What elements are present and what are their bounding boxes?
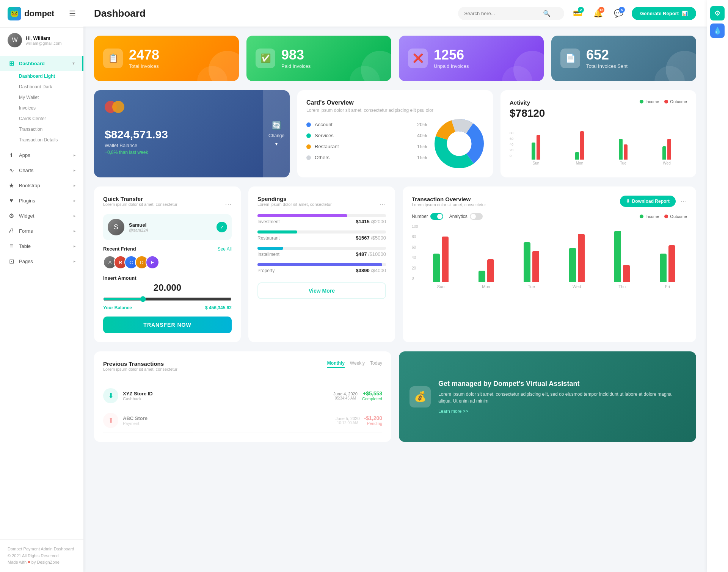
quick-transfer-sub: Lorem ipsum dolor sit amet, consectetur xyxy=(103,202,177,207)
subnav-invoices[interactable]: Invoices xyxy=(0,103,83,113)
sidebar-item-bootstrap[interactable]: ★ Bootstrap ▸ xyxy=(0,178,83,193)
total-sent-number: 652 xyxy=(586,48,628,62)
page-title: Dashboard xyxy=(94,8,146,19)
period-tab-monthly[interactable]: Monthly xyxy=(327,360,345,368)
refresh-icon: 🔄 xyxy=(272,121,281,130)
amount-value: 20.000 xyxy=(103,282,232,293)
mc-circle-orange xyxy=(112,101,124,113)
bar-label-tue: Tue xyxy=(620,161,626,165)
card-change-button[interactable]: 🔄 Change ▾ xyxy=(263,90,290,177)
big-bar-group-tue: Tue xyxy=(512,225,551,289)
subnav-transaction[interactable]: Transaction xyxy=(0,124,83,135)
income-dot xyxy=(640,100,643,103)
wallet-icon-btn[interactable]: 💳 2 xyxy=(570,6,585,20)
spendings-header: Spendings Lorem ipsum dolor sit amet, co… xyxy=(257,196,386,213)
dots-menu-icon[interactable]: ⋯ xyxy=(379,200,386,208)
sidebar-item-table[interactable]: ≡ Table ▸ xyxy=(0,238,83,254)
quick-transfer-title: Quick Transfer xyxy=(103,196,177,202)
tx-date-col-2: June 5, 2020 10:12:00 AM xyxy=(336,416,360,425)
sidebar-item-apps[interactable]: ℹ Apps ▸ xyxy=(0,147,83,163)
big-income-wed xyxy=(569,248,576,282)
tx-controls: ⬇ Download Report ⋯ xyxy=(620,196,687,207)
overview-title: Card's Overview xyxy=(306,99,484,106)
tx-date-2: June 5, 2020 xyxy=(336,416,360,421)
chevron-right-icon: ▸ xyxy=(74,153,76,158)
activity-panel: Activity $78120 Income Outcome xyxy=(500,90,696,177)
income-dot xyxy=(640,215,643,218)
number-toggle[interactable] xyxy=(430,213,443,220)
tx-status-2: Pending xyxy=(364,421,382,426)
services-dot xyxy=(306,133,311,138)
tx-date: June 4, 2020 xyxy=(333,392,358,396)
subnav-my-wallet[interactable]: My Wallet xyxy=(0,92,83,103)
table-icon: ≡ xyxy=(8,242,15,250)
dashboard-submenu: Dashboard Light Dashboard Dark My Wallet… xyxy=(0,71,83,147)
period-tab-weekly[interactable]: Weekly xyxy=(350,360,365,368)
chevron-down-icon: ▾ xyxy=(72,61,75,66)
subnav-dashboard-light[interactable]: Dashboard Light xyxy=(0,71,83,81)
dots-menu-icon[interactable]: ⋯ xyxy=(680,197,687,205)
amount-slider[interactable] xyxy=(103,296,232,302)
dots-menu-icon[interactable]: ⋯ xyxy=(225,200,232,208)
big-bar-group-mon: Mon xyxy=(466,225,506,289)
total-sent-icon: 📄 xyxy=(560,49,580,68)
y-60: 60 xyxy=(412,245,418,249)
bootstrap-icon: ★ xyxy=(8,182,15,189)
tx-type-2: Payment xyxy=(123,421,331,426)
transfer-now-button[interactable]: TRANSFER NOW xyxy=(103,317,232,333)
search-input[interactable] xyxy=(464,11,540,16)
subnav-cards-center[interactable]: Cards Center xyxy=(0,113,83,124)
sidebar-item-plugins[interactable]: ♥ Plugins ▸ xyxy=(0,193,83,208)
big-label-wed: Wed xyxy=(573,284,581,289)
sidebar-item-widget[interactable]: ⚙ Widget ▸ xyxy=(0,208,83,223)
income-bar-sun xyxy=(532,143,535,160)
third-row: Quick Transfer Lorem ipsum dolor sit ame… xyxy=(94,186,696,342)
tx-amount-2: -$1,200 xyxy=(364,415,382,421)
notification-icon-btn[interactable]: 🔔 12 xyxy=(591,6,605,20)
tx-info-2: ABC Store Payment xyxy=(123,415,331,426)
prev-tx-sub: Lorem ipsum dolor sit amet, consectetur xyxy=(103,367,177,371)
download-report-button[interactable]: ⬇ Download Report xyxy=(620,196,676,207)
chat-icon-btn[interactable]: 💬 5 xyxy=(611,6,626,20)
big-income-mon xyxy=(479,271,485,282)
settings-icon-btn[interactable]: ⚙ xyxy=(710,6,725,20)
apps-icon: ℹ xyxy=(8,151,15,159)
water-icon-btn[interactable]: 💧 xyxy=(710,24,725,38)
restaurant-label: Restaurant xyxy=(315,144,413,149)
va-content: Get managed by Dompet's Virtual Assistan… xyxy=(438,380,686,414)
subnav-transaction-details[interactable]: Transaction Details xyxy=(0,135,83,145)
subnav-dashboard-dark[interactable]: Dashboard Dark xyxy=(0,81,83,92)
stat-card-total-sent: 📄 652 Total Invoices Sent xyxy=(551,36,696,81)
big-y-axis: 0 20 40 60 80 100 xyxy=(412,224,418,289)
card-balance: $824,571.93 xyxy=(105,128,279,141)
search-icon: 🔍 xyxy=(543,10,551,17)
total-invoices-icon: 📋 xyxy=(103,49,123,68)
chart-icon: 📊 xyxy=(682,11,688,16)
sidebar-item-forms[interactable]: 🖨 Forms ▸ xyxy=(0,223,83,238)
sidebar-item-pages[interactable]: ⊡ Pages ▸ xyxy=(0,254,83,269)
tx-icon-2: ⬆ xyxy=(103,413,118,428)
generate-report-button[interactable]: Generate Report 📊 xyxy=(632,7,696,20)
restaurant-bar xyxy=(257,230,297,234)
hamburger-icon[interactable]: ☰ xyxy=(69,9,76,18)
see-all-link[interactable]: See All xyxy=(218,246,232,252)
view-more-button[interactable]: View More xyxy=(257,282,386,299)
card-change: +0,8% than last week xyxy=(105,150,279,155)
sidebar-item-label: Pages xyxy=(19,259,33,264)
restaurant-dot xyxy=(306,144,311,149)
big-bar-pair-thu xyxy=(614,225,630,282)
chevron-right-icon: ▸ xyxy=(74,183,76,188)
analytics-toggle[interactable] xyxy=(470,213,483,220)
account-label: Account xyxy=(315,122,413,127)
va-title: Get managed by Dompet's Virtual Assistan… xyxy=(438,380,686,388)
sidebar-item-charts[interactable]: ∿ Charts ▸ xyxy=(0,163,83,178)
right-sidebar: ⚙ 💧 xyxy=(707,0,728,572)
transfer-user-info: Samuel @sam224 xyxy=(129,222,148,232)
big-income-thu xyxy=(614,231,621,282)
sidebar-item-dashboard[interactable]: ⊞ Dashboard ▾ xyxy=(0,56,83,71)
chevron-right-icon: ▸ xyxy=(74,244,76,249)
big-outcome-sun xyxy=(442,237,449,282)
va-learn-more-link[interactable]: Learn more >> xyxy=(438,409,468,414)
period-tab-today[interactable]: Today xyxy=(370,360,382,368)
y-100: 100 xyxy=(412,224,418,229)
